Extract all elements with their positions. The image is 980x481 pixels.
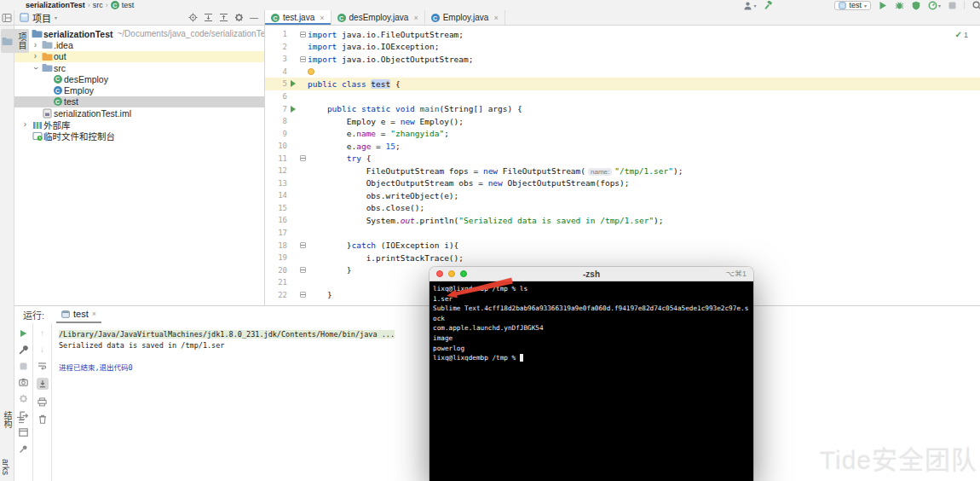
code-line[interactable]: 9 e.name = "zhangyida"; <box>265 127 980 140</box>
chevron-icon[interactable]: › <box>20 120 31 129</box>
run-button[interactable] <box>879 1 887 10</box>
close-icon[interactable]: × <box>493 14 498 22</box>
tree-item-.idea[interactable]: ›.idea <box>14 39 264 50</box>
settings-gear-icon[interactable] <box>234 13 244 22</box>
main-toolbar: ▾ test ▾ ▾ <box>743 0 980 10</box>
editor-tab-test.java[interactable]: Ctest.java× <box>265 10 331 25</box>
code-line[interactable]: 11 try { <box>265 152 980 165</box>
code-text: } <box>308 265 351 275</box>
chevron-icon[interactable]: › <box>30 41 41 49</box>
collapse-all-icon[interactable] <box>219 13 228 22</box>
code-line[interactable]: 7 public static void main(String[] args)… <box>265 102 980 115</box>
fold-marker-icon[interactable] <box>298 32 308 38</box>
code-line[interactable]: 3import java.io.ObjectOutputStream; <box>265 53 980 66</box>
up-stack-trace-icon[interactable]: ↑ <box>40 329 44 338</box>
tree-item-src[interactable]: ›src <box>14 62 264 73</box>
down-stack-trace-icon[interactable]: ↓ <box>40 345 44 354</box>
pin-icon[interactable] <box>19 444 28 454</box>
code-line[interactable]: 12 FileOutputStream fops = new FileOutpu… <box>265 165 980 177</box>
code-line[interactable]: 17 <box>265 227 980 240</box>
tree-item-临时文件和控制台[interactable]: 临时文件和控制台 <box>14 130 264 142</box>
stripe-tab-bookmarks[interactable]: arks <box>1 459 10 475</box>
code-line[interactable]: 15 obs.close(); <box>265 202 980 215</box>
breadcrumb: serializationTest›src›Ctest <box>26 1 134 9</box>
fold-marker-icon[interactable] <box>298 292 308 298</box>
terminal-window[interactable]: -zsh ⌥⌘1 lixq@lixqdembp /tmp % ls1.serSu… <box>429 267 753 481</box>
fold-marker-icon[interactable] <box>298 56 308 62</box>
chevron-icon[interactable]: › <box>30 52 41 61</box>
inspections-widget[interactable]: ✓ 1 <box>955 30 968 39</box>
tree-item-serializationTest[interactable]: ›serializationTest~/Documents/java_code/… <box>14 28 264 39</box>
line-number: 13 <box>265 179 287 188</box>
code-line[interactable]: 18 }catch (IOException i){ <box>265 239 980 252</box>
code-line[interactable]: 1import java.io.FileOutputStream; <box>265 28 980 41</box>
tree-item-Employ[interactable]: CEmploy <box>14 84 264 96</box>
class-icon-green: C <box>337 13 346 23</box>
tool-window-switcher-icon[interactable] <box>0 10 14 25</box>
breadcrumb-item[interactable]: serializationTest <box>26 1 85 9</box>
print-icon[interactable] <box>37 397 47 407</box>
intention-bulb-icon[interactable] <box>308 68 314 75</box>
edit-configuration-wrench-icon[interactable] <box>19 345 28 355</box>
code-line[interactable]: 5public class test { <box>265 78 980 90</box>
thread-dump-camera-icon[interactable] <box>19 378 28 386</box>
code-line[interactable]: 2import java.io.IOException; <box>265 41 980 54</box>
code-line[interactable]: 10 e.age = 15; <box>265 140 980 153</box>
tree-item-serializationTest.iml[interactable]: serializationTest.iml <box>14 107 264 119</box>
terminal-prompt-line[interactable]: lixq@lixqdembp /tmp % <box>433 353 750 363</box>
stripe-tab-project[interactable]: 项目 <box>1 29 29 53</box>
run-line-icon[interactable] <box>287 106 298 113</box>
search-icon[interactable] <box>972 1 980 10</box>
terminal-output[interactable]: lixq@lixqdembp /tmp % ls1.serSublime Tex… <box>429 281 753 481</box>
code-line[interactable]: 19 i.printStackTrace(); <box>265 252 980 264</box>
user-menu-icon[interactable]: ▾ <box>743 1 756 10</box>
scroll-to-end-icon[interactable] <box>37 378 49 390</box>
code-line[interactable]: 16 System.out.println("Serialized data i… <box>265 214 980 227</box>
soft-wrap-icon[interactable] <box>37 362 47 370</box>
project-panel-title[interactable]: 项目 <box>32 11 51 25</box>
close-icon[interactable]: × <box>413 14 418 22</box>
expand-all-icon[interactable] <box>204 13 213 22</box>
code-text: ObjectOutputStream obs = new ObjectOutpu… <box>308 178 630 188</box>
build-hammer-icon[interactable] <box>764 1 774 10</box>
close-icon[interactable]: × <box>320 14 324 22</box>
line-number: 7 <box>265 105 287 113</box>
chevron-down-icon[interactable]: ▾ <box>55 14 57 20</box>
line-number: 2 <box>265 43 287 51</box>
breadcrumb-item[interactable]: test <box>122 1 135 9</box>
tree-item-desEmploy[interactable]: CdesEmploy <box>14 73 264 84</box>
fold-marker-icon[interactable] <box>298 267 308 273</box>
project-view-icon <box>20 13 29 22</box>
run-config-select[interactable]: test ▾ <box>834 1 871 10</box>
editor-tab-desEmploy.java[interactable]: CdesEmploy.java× <box>331 10 425 25</box>
hide-panel-icon[interactable]: — <box>250 14 258 22</box>
editor-tab-Employ.java[interactable]: CEmploy.java× <box>425 10 505 25</box>
terminal-line: powerlog <box>433 344 750 354</box>
code-editor[interactable]: 1import java.io.FileOutputStream;2import… <box>264 26 980 305</box>
fold-marker-icon[interactable] <box>298 155 308 161</box>
code-line[interactable]: 4 <box>265 66 980 78</box>
code-area[interactable]: 1import java.io.FileOutputStream;2import… <box>265 26 980 305</box>
close-icon[interactable]: × <box>92 310 96 318</box>
code-line[interactable]: 13 ObjectOutputStream obs = new ObjectOu… <box>265 177 980 190</box>
code-line[interactable]: 6 <box>265 90 980 103</box>
locate-icon[interactable] <box>188 13 198 22</box>
debug-icon[interactable] <box>895 1 904 10</box>
code-line[interactable]: 14 obs.writeObject(e); <box>265 189 980 202</box>
code-line[interactable]: 8 Employ e = new Employ(); <box>265 115 980 128</box>
clear-console-trash-icon[interactable] <box>38 414 47 424</box>
run-tab[interactable]: test × <box>56 306 101 323</box>
tree-item-外部库[interactable]: ›外部库 <box>14 119 264 130</box>
chevron-icon[interactable]: › <box>32 62 40 73</box>
terminal-title-bar[interactable]: -zsh ⌥⌘1 <box>429 267 753 281</box>
tree-item-test[interactable]: Ctest <box>14 96 264 107</box>
fold-marker-icon[interactable] <box>298 242 308 248</box>
coverage-icon[interactable] <box>912 1 920 10</box>
profiler-icon[interactable]: ▾ <box>928 1 941 10</box>
stripe-tab-structure[interactable]: 结构 <box>1 411 25 428</box>
rerun-icon[interactable] <box>20 329 27 338</box>
restore-layout-icon[interactable] <box>19 428 28 437</box>
breadcrumb-item[interactable]: src <box>93 1 103 9</box>
run-line-icon[interactable] <box>287 80 298 87</box>
tree-item-out[interactable]: ›out <box>14 51 264 62</box>
